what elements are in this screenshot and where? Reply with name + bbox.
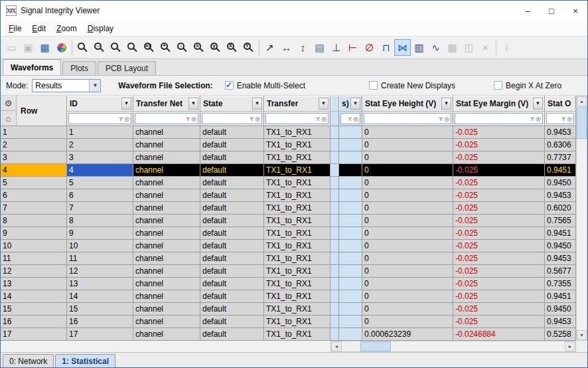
zoom-in-x-icon[interactable]: x: [190, 39, 207, 56]
column-header-stat-eye-height[interactable]: Stat Eye Height (V) ▼: [362, 96, 453, 112]
filter-funnel-icon[interactable]: Y: [119, 116, 123, 122]
cell-row[interactable]: 5: [1, 177, 67, 189]
filter-input[interactable]: Y ◎: [546, 113, 574, 124]
cell-s[interactable]: [339, 177, 362, 189]
column-header-transfer[interactable]: Transfer ▼: [264, 96, 331, 112]
filter-options-icon[interactable]: ◎: [124, 116, 129, 122]
zoom-region-icon[interactable]: [108, 39, 124, 56]
eye-mask-icon[interactable]: ∅: [361, 39, 378, 56]
column-menu-icon[interactable]: ▼: [441, 98, 451, 110]
cell-stat-o[interactable]: 0.9453: [545, 126, 576, 139]
cell-s[interactable]: [339, 240, 362, 252]
cell-stat-o[interactable]: 0.9451: [545, 290, 576, 303]
cell-stat-eye-margin[interactable]: -0.025: [453, 290, 545, 303]
minimize-button[interactable]: –: [516, 1, 540, 21]
filter-options-icon[interactable]: ◎: [321, 116, 327, 122]
cell-stat-eye-margin[interactable]: -0.025: [453, 126, 545, 139]
cell-stat-eye-margin[interactable]: -0.025: [453, 278, 545, 290]
cell-id[interactable]: 11: [67, 252, 133, 265]
cell-transfer[interactable]: TX1_to_RX1: [264, 139, 331, 151]
scroll-up-icon[interactable]: ▲: [577, 96, 587, 106]
tab-statistical[interactable]: 1: Statistical: [55, 354, 115, 367]
cell-stat-eye-margin[interactable]: -0.025: [453, 164, 545, 177]
column-header-stat-o[interactable]: Stat O: [545, 96, 576, 112]
table-row[interactable]: 22channeldefaultTX1_to_RX10-0.0250.6306: [1, 139, 576, 151]
cell-transfer[interactable]: TX1_to_RX1: [264, 265, 331, 278]
table-settings-icon[interactable]: ⚙: [1, 96, 16, 111]
zoom-in-icon[interactable]: +: [157, 39, 174, 56]
cell-row[interactable]: 9: [1, 227, 67, 240]
cell-transfer-net[interactable]: channel: [133, 202, 200, 215]
filter-input[interactable]: Y ◎: [364, 113, 451, 124]
cell-s[interactable]: [339, 290, 362, 303]
cell-stat-eye-margin[interactable]: -0.025: [453, 139, 545, 151]
cell-row[interactable]: 13: [1, 278, 67, 290]
cell-stat-o[interactable]: 0.9451: [545, 164, 576, 177]
cell-transfer[interactable]: TX1_to_RX1: [264, 189, 331, 202]
scroll-left-icon[interactable]: ◄: [331, 341, 342, 351]
table-row[interactable]: 77channeldefaultTX1_to_RX10-0.0250.6020: [1, 202, 576, 215]
column-menu-icon[interactable]: ▼: [319, 98, 329, 110]
table-row[interactable]: 99channeldefaultTX1_to_RX10-0.0250.9451: [1, 227, 576, 240]
cell-id[interactable]: 3: [67, 151, 133, 164]
cell-state[interactable]: default: [200, 126, 264, 139]
cell-state[interactable]: default: [200, 252, 264, 265]
pulse-response-icon[interactable]: ⊓: [378, 39, 394, 56]
plot-browser-icon[interactable]: ▦: [37, 39, 53, 56]
cell-transfer[interactable]: TX1_to_RX1: [264, 164, 331, 177]
table-row[interactable]: 1515channeldefaultTX1_to_RX10-0.0250.945…: [1, 303, 576, 316]
table-row[interactable]: 1414channeldefaultTX1_to_RX10-0.0250.945…: [1, 290, 576, 303]
menu-display[interactable]: Display: [82, 22, 119, 35]
waveform-plot-icon[interactable]: ∿: [427, 39, 444, 56]
filter-input[interactable]: Y ◎: [135, 113, 198, 124]
filter-funnel-icon[interactable]: Y: [348, 116, 352, 122]
cell-transfer[interactable]: TX1_to_RX1: [264, 328, 331, 341]
table-row[interactable]: 1010channeldefaultTX1_to_RX10-0.0250.945…: [1, 240, 576, 252]
cell-s[interactable]: [339, 202, 362, 215]
filter-funnel-icon[interactable]: Y: [250, 116, 254, 122]
cell-transfer-net[interactable]: channel: [133, 164, 200, 177]
cell-transfer[interactable]: TX1_to_RX1: [264, 215, 331, 227]
cell-state[interactable]: default: [200, 290, 264, 303]
cell-s[interactable]: [339, 328, 362, 341]
cell-s[interactable]: [339, 139, 362, 151]
table-row[interactable]: 1212channeldefaultTX1_to_RX10-0.0250.567…: [1, 265, 576, 278]
begin-x-at-zero-checkbox[interactable]: Begin X At Zero: [494, 81, 561, 90]
cell-stat-eye-height[interactable]: 0: [362, 278, 453, 290]
table-row[interactable]: 66channeldefaultTX1_to_RX10-0.0250.9453: [1, 189, 576, 202]
cell-id[interactable]: 1: [67, 126, 133, 139]
cell-split[interactable]: [331, 139, 339, 151]
cell-split[interactable]: [331, 328, 339, 341]
table-row[interactable]: 44channeldefaultTX1_to_RX10-0.0250.9451: [1, 164, 576, 177]
checkbox-unchecked-icon[interactable]: [369, 81, 378, 90]
cell-row[interactable]: 16: [1, 316, 67, 328]
cell-state[interactable]: default: [200, 303, 264, 316]
filter-funnel-icon[interactable]: Y: [186, 116, 190, 122]
cell-stat-eye-height[interactable]: 0: [362, 316, 453, 328]
cell-row[interactable]: 4: [1, 164, 67, 177]
vertical-scrollbar[interactable]: ▲ ▼: [576, 96, 587, 341]
report-icon[interactable]: ▤: [311, 39, 328, 56]
filter-options-icon[interactable]: ◎: [255, 116, 260, 122]
cell-transfer-net[interactable]: channel: [133, 303, 200, 316]
table-row[interactable]: 11channeldefaultTX1_to_RX10-0.0250.9453: [1, 126, 576, 139]
menu-file[interactable]: File: [3, 22, 27, 35]
cell-stat-eye-margin[interactable]: -0.025: [453, 215, 545, 227]
cell-split[interactable]: [331, 265, 339, 278]
table-row[interactable]: 1717channeldefaultTX1_to_RX10.000623239-…: [1, 328, 576, 341]
filter-input[interactable]: Y ◎: [202, 113, 262, 124]
cell-stat-eye-height[interactable]: 0: [362, 202, 453, 215]
tab-plots[interactable]: Plots: [62, 61, 96, 75]
cell-id[interactable]: 16: [67, 316, 133, 328]
cell-row[interactable]: 6: [1, 189, 67, 202]
cell-stat-eye-margin[interactable]: -0.025: [453, 227, 545, 240]
cell-stat-o[interactable]: 0.5258: [545, 328, 576, 341]
cell-s[interactable]: [339, 265, 362, 278]
cell-row[interactable]: 14: [1, 290, 67, 303]
cell-s[interactable]: [339, 215, 362, 227]
cell-s[interactable]: [339, 126, 362, 139]
column-menu-icon[interactable]: ▼: [350, 98, 360, 110]
column-header-transfer-net[interactable]: Transfer Net ▼: [133, 96, 200, 112]
cell-id[interactable]: 15: [67, 303, 133, 316]
table-row[interactable]: 1313channeldefaultTX1_to_RX10-0.0250.735…: [1, 278, 576, 290]
